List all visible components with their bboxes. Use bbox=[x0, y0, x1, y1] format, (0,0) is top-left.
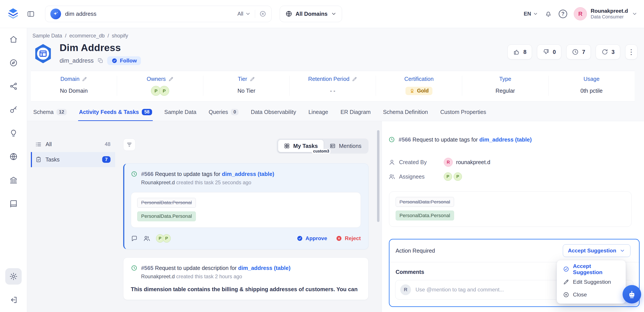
chat-assistant-button[interactable] bbox=[622, 285, 641, 303]
nav-logout-button[interactable] bbox=[5, 292, 22, 308]
refresh-count: 3 bbox=[612, 49, 615, 55]
detail-tag-change: PersonalData:Personal PersonalData.Perso… bbox=[389, 192, 631, 227]
globe-icon bbox=[285, 10, 292, 17]
more-actions-button[interactable]: ⋮ bbox=[625, 45, 638, 59]
chevron-down-icon bbox=[245, 11, 251, 17]
comment-icon[interactable] bbox=[131, 235, 138, 242]
search-input[interactable] bbox=[65, 11, 234, 17]
chevron-down-icon bbox=[533, 11, 538, 17]
refresh-icon bbox=[601, 48, 608, 55]
filter-tasks-label: Tasks bbox=[46, 157, 60, 163]
likes-button[interactable]: 8 bbox=[508, 45, 532, 59]
nav-glossary-button[interactable] bbox=[5, 195, 22, 212]
breadcrumb-ecommerce-db[interactable]: ecommerce_db bbox=[69, 33, 105, 39]
nav-discover-button[interactable] bbox=[5, 55, 22, 71]
reject-button[interactable]: Reject bbox=[336, 235, 360, 242]
user-menu[interactable]: R Rounakpreet.d Data Consumer bbox=[574, 7, 638, 20]
asset-technical-name: dim_address bbox=[60, 57, 94, 64]
owner-avatar[interactable]: P bbox=[159, 86, 169, 96]
usage-value: 0th pctile bbox=[580, 86, 603, 96]
creator-name: rounakpreet.d bbox=[456, 159, 490, 166]
app-window: All All Domains EN ? R Rounakpreet.d Dat… bbox=[0, 0, 644, 312]
activity-filter-list: All 48 Tasks 7 bbox=[27, 121, 119, 312]
feed-filter-button[interactable] bbox=[123, 138, 136, 151]
x-circle-icon bbox=[336, 235, 342, 242]
detail-task-id: #566 bbox=[399, 136, 411, 143]
dislikes-button[interactable]: 0 bbox=[537, 45, 562, 59]
tab-data-observability[interactable]: Data Observability bbox=[250, 108, 297, 121]
follow-button[interactable]: Follow bbox=[107, 56, 141, 65]
refresh-button[interactable]: 3 bbox=[596, 45, 620, 59]
nav-settings-button[interactable] bbox=[5, 268, 22, 285]
breadcrumb-sample-data[interactable]: Sample Data bbox=[32, 33, 62, 39]
search-scope-dropdown[interactable]: All bbox=[238, 11, 251, 17]
nav-governance-button[interactable] bbox=[5, 172, 22, 188]
user-icon bbox=[388, 159, 396, 166]
nav-access-button[interactable] bbox=[5, 102, 22, 118]
breadcrumb-separator: / bbox=[108, 33, 109, 39]
verified-badge-icon bbox=[112, 58, 118, 64]
app-logo[interactable] bbox=[6, 7, 20, 22]
tab-bar: Schema12 Activity Feeds & Tasks58 Sample… bbox=[27, 108, 644, 121]
sidebar-toggle-button[interactable] bbox=[25, 8, 37, 20]
task-card-565[interactable]: #565 Request to update description for d… bbox=[123, 257, 368, 300]
tab-lineage[interactable]: Lineage bbox=[308, 108, 329, 121]
user-avatar: R bbox=[574, 7, 587, 20]
tab-activity-feeds-tasks[interactable]: Activity Feeds & Tasks58 bbox=[78, 108, 153, 121]
assignees-icon[interactable] bbox=[143, 235, 150, 242]
share-nodes-icon bbox=[9, 82, 18, 90]
tab-er-diagram[interactable]: ER Diagram bbox=[340, 108, 371, 121]
accept-suggestion-dropdown-button[interactable]: Accept Suggestion bbox=[563, 244, 630, 257]
menu-close[interactable]: Close bbox=[559, 288, 623, 301]
tab-schema[interactable]: Schema12 bbox=[32, 108, 68, 121]
domains-filter-dropdown[interactable]: All Domains bbox=[280, 6, 342, 22]
robot-icon bbox=[626, 289, 637, 300]
task-card-566[interactable]: #566 Request to update tags for dim_addr… bbox=[123, 164, 368, 249]
nav-home-button[interactable] bbox=[5, 31, 22, 48]
filter-tasks-count: 7 bbox=[102, 156, 110, 163]
type-label: Type bbox=[499, 76, 511, 82]
scrollbar-thumb[interactable] bbox=[377, 130, 380, 222]
tab-queries[interactable]: Queries0 bbox=[208, 108, 240, 121]
menu-accept-suggestion[interactable]: Accept Suggestion bbox=[559, 263, 623, 275]
bank-icon bbox=[9, 176, 18, 184]
usage-label: Usage bbox=[584, 76, 600, 82]
retention-label: Retention Period bbox=[308, 76, 350, 82]
filter-all[interactable]: All 48 bbox=[31, 137, 115, 152]
tab-sample-data[interactable]: Sample Data bbox=[164, 108, 197, 121]
help-button[interactable]: ? bbox=[559, 10, 567, 18]
task-asset-link[interactable]: dim_address (table) bbox=[238, 265, 290, 271]
clear-search-icon[interactable] bbox=[259, 10, 266, 17]
copy-name-icon[interactable] bbox=[98, 58, 104, 64]
approve-button[interactable]: Approve bbox=[296, 235, 327, 242]
notifications-button[interactable] bbox=[542, 8, 554, 20]
tab-custom-properties[interactable]: Custom Properties bbox=[440, 108, 487, 121]
nav-lineage-button[interactable] bbox=[5, 78, 22, 95]
edit-owners-icon[interactable] bbox=[168, 76, 174, 82]
filter-tasks[interactable]: Tasks 7 bbox=[31, 152, 115, 167]
nav-domains-button[interactable] bbox=[5, 148, 22, 165]
recent-activity-button[interactable]: 7 bbox=[566, 45, 591, 59]
edit-tier-icon[interactable] bbox=[250, 76, 255, 82]
segment-tooltip: custom3 bbox=[312, 149, 330, 153]
language-dropdown[interactable]: EN bbox=[524, 11, 538, 17]
x-circle-icon bbox=[563, 292, 569, 298]
tag-added: PersonalData.Personal bbox=[396, 211, 454, 220]
edit-domain-icon[interactable] bbox=[82, 76, 87, 82]
commenter-avatar: R bbox=[400, 284, 411, 295]
created-by-label: Created By bbox=[399, 159, 440, 166]
domain-value: No Domain bbox=[60, 86, 88, 96]
meta-type: Type Regular bbox=[462, 76, 548, 96]
task-asset-link[interactable]: dim_address (table) bbox=[222, 171, 274, 177]
dislikes-count: 0 bbox=[553, 49, 556, 55]
edit-retention-icon[interactable] bbox=[352, 76, 357, 82]
detail-asset-link[interactable]: dim_address (table) bbox=[480, 136, 532, 143]
breadcrumb-shopify[interactable]: shopify bbox=[112, 33, 128, 39]
tab-schema-definition[interactable]: Schema Definition bbox=[382, 108, 429, 121]
compass-icon bbox=[9, 59, 18, 67]
nav-insights-button[interactable] bbox=[5, 125, 22, 141]
clock-icon bbox=[572, 48, 579, 55]
list-icon bbox=[35, 141, 42, 148]
global-search[interactable]: All bbox=[45, 6, 271, 22]
menu-edit-suggestion[interactable]: Edit Suggestion bbox=[559, 276, 623, 288]
